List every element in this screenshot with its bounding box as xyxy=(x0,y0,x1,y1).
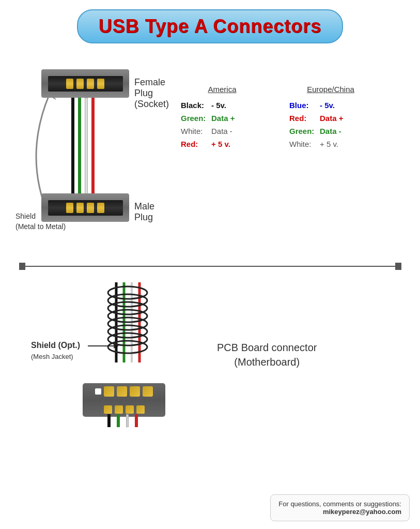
america-black-label: Black: xyxy=(181,101,209,110)
europe-blue-value: - 5v. xyxy=(320,101,335,110)
pcb-pin-7 xyxy=(126,405,134,414)
america-green-value: Data + xyxy=(211,114,235,123)
female-connector-body xyxy=(41,69,129,98)
america-wire-red: Red: + 5 v. xyxy=(181,140,263,148)
svg-point-15 xyxy=(108,325,147,338)
europe-column: Europe/China Blue: - 5v. Red: Data + Gre… xyxy=(289,85,372,153)
america-green-label: Green: xyxy=(181,114,209,123)
shield-opt-sub: (Mesh Jacket) xyxy=(31,352,80,362)
pin-gold-1 xyxy=(66,79,73,89)
europe-wire-green: Green: Data - xyxy=(289,127,372,135)
male-pin-2 xyxy=(76,203,84,213)
america-black-value: - 5v. xyxy=(211,101,226,110)
pcb-board xyxy=(83,383,165,417)
female-connector-inner xyxy=(48,76,123,92)
wire-white xyxy=(85,98,88,197)
america-white-label: White: xyxy=(181,127,209,135)
europe-white-value: + 5 v. xyxy=(320,140,338,148)
svg-point-10 xyxy=(108,286,147,299)
footer-line1: For questions, comments or suggestions: xyxy=(278,500,401,508)
europe-green-label: Green: xyxy=(289,127,318,135)
female-connector xyxy=(41,69,129,98)
america-wire-green: Green: Data + xyxy=(181,114,263,123)
europe-white-label: White: xyxy=(289,140,318,148)
svg-point-11 xyxy=(108,294,147,307)
europe-wire-blue: Blue: - 5v. xyxy=(289,101,372,110)
male-connector-body xyxy=(41,193,129,222)
europe-red-value: Data + xyxy=(320,114,343,123)
pcb-area: Shield (Opt.) (Mesh Jacket) xyxy=(31,282,196,427)
pin-gold-3 xyxy=(87,79,94,89)
male-plug-label: Male Plug xyxy=(134,201,170,223)
wire-table: America Black: - 5v. Green: Data + White… xyxy=(181,85,405,153)
svg-point-13 xyxy=(108,310,147,322)
pcb-pin-3 xyxy=(130,386,140,397)
footer-box: For questions, comments or suggestions: … xyxy=(270,494,410,521)
pcb-pin-6 xyxy=(115,405,123,414)
section-divider xyxy=(19,266,401,267)
pcb-pin-5 xyxy=(104,405,112,414)
pcb-wire-white xyxy=(126,414,129,427)
title-area: USB Type A Connectors xyxy=(0,9,420,43)
america-wire-white: White: Data - xyxy=(181,127,263,135)
top-diagram: Shield (Metal to Metal) Female Plug (Soc… xyxy=(0,49,420,261)
pcb-wire-green xyxy=(117,414,120,427)
pcb-wire-black xyxy=(107,414,111,427)
pcb-bottom-wires xyxy=(107,414,138,427)
svg-point-17 xyxy=(108,341,147,353)
wire-black xyxy=(71,98,74,197)
europe-wire-red: Red: Data + xyxy=(289,114,372,123)
america-red-label: Red: xyxy=(181,140,209,148)
pcb-white-dot xyxy=(95,388,101,395)
shield-opt-title: Shield (Opt.) xyxy=(31,339,80,352)
connectors-area: Shield (Metal to Metal) Female Plug (Soc… xyxy=(15,59,170,255)
america-column: America Black: - 5v. Green: Data + White… xyxy=(181,85,263,153)
wire-green xyxy=(78,98,81,197)
america-red-value: + 5 v. xyxy=(211,140,230,148)
pcb-pin-1 xyxy=(104,386,114,397)
male-pin-4 xyxy=(97,203,104,213)
pcb-wire-red xyxy=(135,414,138,427)
wires-container xyxy=(71,98,99,197)
pcb-label: PCB Board connector (Motherboard) xyxy=(217,340,317,369)
pcb-label-line2: (Motherboard) xyxy=(217,355,317,369)
europe-blue-label: Blue: xyxy=(289,101,318,110)
male-pin-3 xyxy=(87,203,94,213)
wire-red xyxy=(91,98,95,197)
pin-gold-4 xyxy=(97,79,104,89)
pin-gold-2 xyxy=(76,79,84,89)
pcb-pin-4 xyxy=(143,386,153,397)
america-title: America xyxy=(181,85,263,94)
coil-svg xyxy=(77,282,170,367)
europe-wire-white: White: + 5 v. xyxy=(289,140,372,148)
shield-opt-label: Shield (Opt.) (Mesh Jacket) xyxy=(31,339,80,362)
america-white-value: Data - xyxy=(211,127,232,135)
europe-red-label: Red: xyxy=(289,114,318,123)
svg-point-14 xyxy=(108,318,147,330)
svg-point-12 xyxy=(108,302,147,314)
america-wire-black: Black: - 5v. xyxy=(181,101,263,110)
pcb-pin-8 xyxy=(136,405,145,414)
page-title: USB Type A Connectors xyxy=(99,16,322,37)
europe-green-value: Data - xyxy=(320,127,341,135)
male-pin-1 xyxy=(66,203,73,213)
svg-point-16 xyxy=(108,333,147,345)
pcb-label-line1: PCB Board connector xyxy=(217,340,317,355)
bottom-diagram: Shield (Opt.) (Mesh Jacket) xyxy=(0,282,420,437)
female-plug-label: Female Plug (Socket) xyxy=(134,77,170,110)
male-connector-inner xyxy=(48,200,123,216)
title-pill: USB Type A Connectors xyxy=(77,9,344,43)
europe-title: Europe/China xyxy=(289,85,372,94)
footer-line2: mikeyperez@yahoo.com xyxy=(278,508,401,516)
male-connector xyxy=(41,193,129,222)
pcb-pin-2 xyxy=(117,386,127,397)
